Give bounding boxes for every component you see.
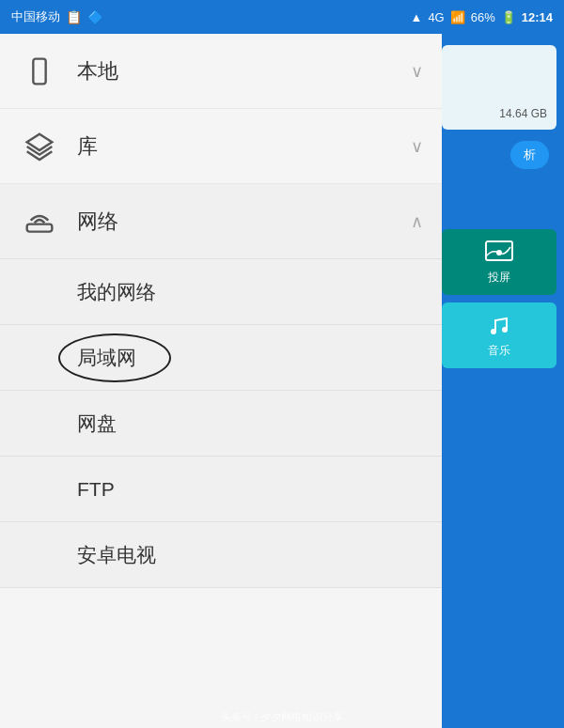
drawer: 本地 ∨ 库 ∨: [0, 34, 442, 728]
router-icon: [19, 207, 60, 237]
signal-icon: 📶: [450, 10, 465, 24]
library-arrow: ∨: [411, 136, 423, 157]
sidebar-item-android-tv[interactable]: 安卓电视: [0, 522, 442, 588]
sidebar-item-library[interactable]: 库 ∨: [0, 109, 442, 184]
music-icon: [486, 313, 512, 339]
music-label: 音乐: [488, 343, 510, 359]
status-bar: 中国移动 📋 🔷 ▲ 4G 📶 66% 🔋 12:14: [0, 0, 564, 34]
local-label: 本地: [77, 57, 411, 85]
svg-point-7: [496, 250, 502, 256]
lan-label: 局域网: [77, 345, 136, 371]
sidebar-item-ftp[interactable]: FTP: [0, 457, 442, 522]
analyze-button[interactable]: 析: [510, 141, 549, 169]
carrier-label: 中国移动: [11, 8, 60, 25]
ftp-label: FTP: [77, 478, 115, 501]
cast-icon: [484, 240, 514, 266]
svg-point-8: [491, 329, 496, 334]
cloud-label: 网盘: [77, 410, 117, 437]
storage-text: 14.64 GB: [451, 107, 547, 120]
sidebar-item-local[interactable]: 本地 ∨: [0, 34, 442, 109]
android-tv-label: 安卓电视: [77, 542, 156, 568]
storage-card: 14.64 GB: [442, 45, 556, 130]
svg-rect-0: [33, 58, 45, 84]
cast-area[interactable]: 投屏: [442, 229, 556, 295]
sidebar-item-cloud[interactable]: 网盘: [0, 391, 442, 457]
sidebar-item-my-network[interactable]: 我的网络: [0, 259, 442, 325]
status-bar-left: 中国移动 📋 🔷: [11, 8, 103, 25]
battery-icon: 🔋: [501, 10, 516, 24]
network-type-label: 4G: [428, 10, 444, 24]
phone-icon: [19, 56, 60, 86]
network-label: 网络: [77, 208, 411, 236]
local-arrow: ∨: [411, 61, 423, 82]
sidebar-item-network[interactable]: 网络 ∧: [0, 184, 442, 259]
watermark: 头条号 / 夕夕网络知识分享: [0, 710, 564, 724]
layers-icon: [19, 132, 60, 162]
library-label: 库: [77, 132, 411, 161]
battery-label: 66%: [471, 10, 495, 24]
right-panel: 14.64 GB 析 投屏 音乐: [442, 34, 564, 728]
wifi-icon: ▲: [411, 10, 423, 24]
vpn-icon: 🔷: [87, 9, 103, 24]
time-label: 12:14: [522, 10, 553, 24]
music-area[interactable]: 音乐: [442, 302, 556, 368]
status-bar-right: ▲ 4G 📶 66% 🔋 12:14: [411, 10, 554, 24]
my-network-label: 我的网络: [77, 279, 156, 305]
network-arrow: ∧: [411, 211, 423, 232]
sim-icon: 📋: [66, 9, 82, 24]
main-layout: 本地 ∨ 库 ∨: [0, 34, 564, 728]
cast-label: 投屏: [488, 270, 510, 286]
svg-point-9: [502, 327, 508, 333]
sidebar-item-lan[interactable]: 局域网: [0, 325, 442, 391]
